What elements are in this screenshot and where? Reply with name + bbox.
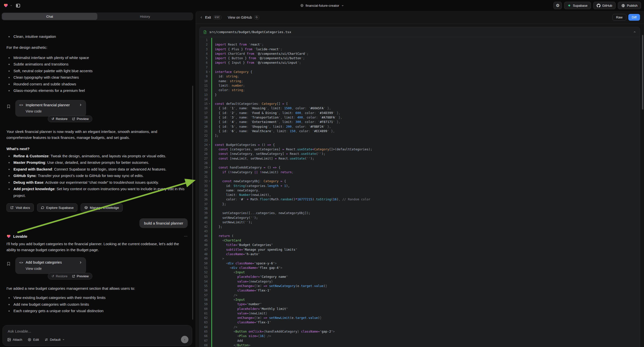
version-card-title: Implement financial planner bbox=[26, 103, 77, 107]
restore-button[interactable]: ↺Restore bbox=[52, 274, 68, 278]
message-menu-icon[interactable]: ⋯ bbox=[184, 234, 188, 238]
list-item: Minimalist interface with plenty of whit… bbox=[6, 54, 188, 61]
edit-mode-button[interactable]: Edit bbox=[28, 338, 39, 342]
code-line: 31 bbox=[200, 174, 640, 179]
list-item: Clean typography with clear hierarchies bbox=[6, 74, 188, 81]
collapse-chevron-up-icon[interactable] bbox=[633, 30, 636, 34]
code-line: 62 onChange={(e) => setNewLimit(e.target… bbox=[200, 316, 640, 320]
chat-messages: Clean, intuitive navigation For the desi… bbox=[0, 32, 192, 323]
tab-history[interactable]: History bbox=[97, 13, 193, 20]
preview-button[interactable]: Preview bbox=[72, 117, 88, 121]
supabase-button[interactable]: Supabase bbox=[564, 2, 591, 9]
globe-icon bbox=[300, 4, 304, 7]
project-switcher[interactable]: financial-future-creator bbox=[300, 0, 344, 11]
code-line: 6import { Input } from '@/components/ui/… bbox=[200, 60, 640, 65]
code-line: 60 placeholder="Monthly limit" bbox=[200, 307, 640, 311]
visit-docs-button[interactable]: Visit docs bbox=[6, 203, 34, 212]
view-on-github-button[interactable]: View on GitHub G bbox=[228, 16, 259, 20]
version-card-add-budget-categories[interactable]: <> Add budget categories View code bbox=[16, 258, 86, 274]
manage-knowledge-button[interactable]: Manage knowledge bbox=[81, 203, 123, 212]
version-card-row: <> Implement financial planner View code… bbox=[6, 100, 188, 122]
code-line: 49 > bbox=[200, 256, 640, 261]
lovable-heart-icon bbox=[6, 234, 11, 238]
code-line: 15▾const defaultCategories: Category[] =… bbox=[200, 102, 640, 106]
exit-button[interactable]: Exit ESC bbox=[200, 16, 221, 20]
code-line: 39 setCategories([...categories, newCate… bbox=[200, 211, 640, 215]
code-line: 54 value={newCategory} bbox=[200, 279, 640, 284]
external-link-icon bbox=[72, 274, 75, 278]
toggle-sidebar-icon[interactable] bbox=[16, 3, 20, 8]
list-item: Master Prompting: Use clear, detailed, a… bbox=[6, 159, 186, 166]
chat-scrollbar[interactable] bbox=[192, 86, 193, 320]
code-line: 19 { id: '4', name: 'Entertainment', lim… bbox=[200, 120, 640, 124]
view-code-link[interactable]: View code bbox=[26, 266, 82, 270]
explore-supabase-button[interactable]: Explore Supabase bbox=[37, 203, 78, 212]
code-line: 56 className="flex-1" bbox=[200, 288, 640, 293]
workspace-chevron-down-icon[interactable] bbox=[10, 4, 12, 7]
version-card-implement-financial-planner[interactable]: <> Implement financial planner View code bbox=[16, 100, 86, 116]
supabase-icon bbox=[568, 4, 571, 7]
tab-chat[interactable]: Chat bbox=[2, 13, 97, 20]
code-line: 46 title="Budget Categories" bbox=[200, 243, 640, 247]
assistant-paragraph: Your sleek financial planner is now read… bbox=[6, 129, 181, 141]
project-title: financial-future-creator bbox=[306, 4, 339, 8]
file-card: src/components/budget/BudgetCategories.t… bbox=[200, 27, 640, 347]
code-line: 40 setNewCategory(''); bbox=[200, 216, 640, 220]
design-heading: For the design aesthetic: bbox=[6, 44, 188, 50]
fold-chevron-icon[interactable]: ▾ bbox=[208, 179, 211, 184]
code-line: 5import { Button } from '@/components/ui… bbox=[200, 56, 640, 60]
model-selector[interactable]: Default bbox=[44, 338, 65, 342]
code-line: 50 <div className="space-y-6"> bbox=[200, 261, 640, 266]
bookmark-icon[interactable] bbox=[6, 100, 12, 122]
fold-chevron-icon[interactable]: ▾ bbox=[208, 143, 211, 147]
code-line: 23 bbox=[200, 138, 640, 143]
preview-button[interactable]: Preview bbox=[72, 274, 88, 278]
quick-actions: Visit docs Explore Supabase Manage knowl… bbox=[6, 203, 188, 212]
chat-input[interactable]: Ask Lovable... bbox=[8, 329, 188, 333]
list-item: Soft, neutral color palette with light b… bbox=[6, 68, 188, 74]
send-button[interactable]: ↑ bbox=[181, 336, 188, 343]
composer[interactable]: Ask Lovable... Attach Edit Default ↑ bbox=[2, 325, 192, 346]
code-line: 41 setNewLimit(''); bbox=[200, 220, 640, 224]
code-line: 66 <Plus size={16} /> bbox=[200, 334, 640, 338]
chevron-right-icon bbox=[79, 261, 82, 264]
external-link-icon bbox=[10, 206, 14, 209]
code-line: 21 { id: '6', name: 'Healthcare', limit:… bbox=[200, 129, 640, 134]
code-line: 29▾ const handleAddCategory = () => { bbox=[200, 165, 640, 170]
list-item: Refine & Customize: Tweak the design, an… bbox=[6, 153, 186, 160]
code-line: 44 return ( bbox=[200, 234, 640, 238]
list-item: Each category gets a unique color for vi… bbox=[6, 308, 188, 314]
file-header[interactable]: src/components/budget/BudgetCategories.t… bbox=[200, 27, 640, 37]
publish-button[interactable]: Publish bbox=[618, 2, 641, 9]
fold-chevron-icon[interactable]: ▾ bbox=[208, 102, 211, 106]
message-circle-icon bbox=[41, 206, 44, 209]
code-line: 42 }; bbox=[200, 224, 640, 229]
code-line: 53 placeholder="Category name" bbox=[200, 274, 640, 279]
chat-panel: Chat History Clean, intuitive navigation… bbox=[0, 11, 195, 347]
restore-button[interactable]: ↺Restore bbox=[52, 117, 68, 121]
code-line: 55 onChange={(e) => setNewCategory(e.tar… bbox=[200, 284, 640, 288]
code-line: 48 className="h-auto" bbox=[200, 252, 640, 256]
code-line: 32▾ const newCategoryObj: Category = { bbox=[200, 179, 640, 184]
code-scrollbar[interactable] bbox=[642, 35, 643, 110]
github-button[interactable]: GitHub bbox=[593, 2, 616, 9]
code-line: 47 subtitle="Manage your spending limits… bbox=[200, 248, 640, 252]
code-icon: <> bbox=[19, 103, 24, 107]
esc-keycap: ESC bbox=[213, 16, 221, 20]
diff-toggle-button[interactable]: Diff bbox=[628, 14, 640, 21]
fold-chevron-icon[interactable]: ▾ bbox=[208, 70, 211, 74]
code-line: 45 <ChartCard bbox=[200, 238, 640, 243]
raw-toggle-button[interactable]: Raw bbox=[612, 14, 626, 21]
attach-button[interactable]: Attach bbox=[7, 338, 22, 342]
code-editor[interactable]: 12import React from 'react';3import { Pl… bbox=[200, 37, 640, 347]
bookmark-icon[interactable] bbox=[6, 258, 12, 280]
code-line: 14 bbox=[200, 97, 640, 102]
code-line: 57 /> bbox=[200, 293, 640, 298]
list-item: Debug with Ease: Activate our experiment… bbox=[6, 179, 186, 186]
fold-chevron-icon[interactable]: ▾ bbox=[208, 165, 211, 170]
lovable-logo-icon[interactable] bbox=[4, 3, 8, 8]
view-code-link[interactable]: View code bbox=[26, 109, 82, 113]
code-line: 36 color: '#' + Math.floor(Math.random()… bbox=[200, 197, 640, 202]
settings-button[interactable]: ⚙ bbox=[554, 2, 562, 9]
code-line: 18 { id: '3', name: 'Transportation', li… bbox=[200, 115, 640, 120]
